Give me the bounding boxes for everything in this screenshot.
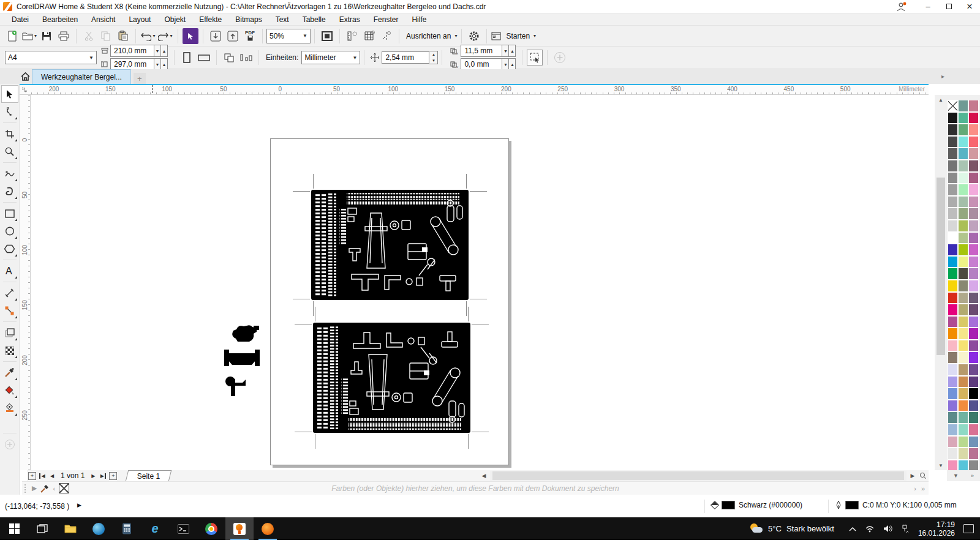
volume-icon[interactable]	[883, 525, 892, 533]
palette-color-swatch[interactable]	[968, 208, 979, 220]
save-button[interactable]	[39, 28, 55, 44]
duplicate-y-decrement[interactable]: ▼	[502, 58, 509, 70]
palette-scroll-down[interactable]: ▼	[953, 473, 959, 479]
internet-explorer-icon[interactable]: e	[141, 517, 169, 540]
palette-color-swatch[interactable]	[948, 232, 958, 244]
palette-color-swatch[interactable]	[948, 124, 958, 136]
action-center-icon[interactable]	[963, 524, 974, 533]
palette-color-swatch[interactable]	[948, 208, 958, 220]
palette-color-swatch[interactable]	[948, 376, 958, 388]
show-guidelines-button[interactable]	[379, 28, 394, 44]
palette-color-swatch[interactable]	[968, 304, 979, 316]
palette-color-swatch[interactable]	[958, 316, 968, 328]
palette-color-swatch[interactable]	[968, 292, 979, 304]
palette-color-swatch[interactable]	[968, 100, 979, 112]
zoom-tool[interactable]	[1, 143, 18, 160]
print-button[interactable]	[56, 28, 72, 44]
palette-color-swatch[interactable]	[948, 388, 958, 400]
treat-as-filled-button[interactable]	[527, 50, 543, 66]
palette-color-swatch[interactable]	[948, 351, 958, 364]
vertical-scrollbar-thumb[interactable]	[937, 178, 945, 355]
crop-tool[interactable]	[1, 125, 18, 143]
color-eyedropper-tool[interactable]	[1, 364, 18, 381]
etching-plate-bottom[interactable]	[313, 323, 470, 433]
network-icon[interactable]	[865, 525, 875, 533]
palette-color-swatch[interactable]	[968, 424, 979, 436]
palette-color-swatch[interactable]	[948, 436, 958, 448]
palette-color-swatch[interactable]	[958, 244, 968, 256]
palette-color-swatch[interactable]	[958, 208, 968, 220]
duplicate-x-decrement[interactable]: ▼	[502, 45, 509, 57]
open-button[interactable]: ▾	[21, 28, 37, 44]
prev-page-button[interactable]: ◀	[47, 471, 57, 481]
scroll-down-arrow[interactable]: ▼	[935, 460, 947, 470]
smart-fill-tool[interactable]	[1, 399, 18, 417]
task-view-icon[interactable]	[28, 517, 56, 540]
palette-color-swatch[interactable]	[968, 220, 979, 232]
horizontal-scrollbar[interactable]	[490, 471, 907, 481]
landscape-button[interactable]	[196, 50, 212, 66]
palette-color-swatch[interactable]	[958, 124, 968, 136]
pick-tool[interactable]	[1, 85, 18, 103]
usb-icon[interactable]	[901, 525, 910, 533]
vertical-ruler[interactable]: 050100150200250	[20, 95, 31, 470]
palette-expand[interactable]: »	[971, 473, 974, 479]
show-grid-button[interactable]	[361, 28, 377, 44]
scroll-up-arrow[interactable]: ▲	[935, 95, 947, 105]
current-page-dimensions-button[interactable]	[238, 50, 254, 66]
palette-color-swatch[interactable]	[968, 316, 979, 328]
shape-tool[interactable]	[1, 103, 18, 121]
fullscreen-preview-button[interactable]	[319, 28, 335, 44]
all-pages-button[interactable]	[221, 50, 237, 66]
palette-color-swatch[interactable]	[958, 364, 968, 376]
palette-color-swatch[interactable]	[948, 112, 958, 124]
transparency-tool[interactable]	[1, 342, 18, 359]
page-width-field[interactable]: 210,0 mm	[110, 45, 154, 57]
drop-shadow-tool[interactable]	[1, 324, 18, 342]
import-button[interactable]	[208, 28, 224, 44]
palette-color-swatch[interactable]	[948, 244, 958, 256]
account-icon[interactable]	[894, 2, 908, 12]
new-document-button[interactable]	[4, 28, 20, 44]
palette-flyout-arrow[interactable]: ▸	[941, 73, 944, 80]
palette-color-swatch[interactable]	[958, 112, 968, 124]
palette-color-swatch[interactable]	[948, 184, 958, 196]
chrome-icon[interactable]	[197, 517, 225, 540]
redo-button[interactable]: ▾	[157, 28, 173, 44]
palette-color-swatch[interactable]	[968, 400, 979, 412]
palette-color-swatch[interactable]	[948, 136, 958, 148]
menu-extras[interactable]: Extras	[333, 14, 367, 25]
hscroll-left-arrow[interactable]: ◀	[479, 471, 489, 481]
open-dropdown[interactable]: ▾	[34, 33, 37, 39]
file-explorer-icon[interactable]	[56, 517, 85, 540]
duplicate-y-increment[interactable]: ▲	[509, 58, 516, 70]
nudge-distance-field[interactable]: 2,54 mm	[382, 51, 429, 64]
palette-color-swatch[interactable]	[968, 148, 979, 160]
palette-color-swatch[interactable]	[958, 292, 968, 304]
palette-color-swatch[interactable]	[968, 232, 979, 244]
palette-color-swatch[interactable]	[948, 148, 958, 160]
palette-color-swatch[interactable]	[968, 340, 979, 352]
zoom-to-fit-icon[interactable]	[918, 471, 928, 481]
next-page-button[interactable]: ▶	[88, 471, 98, 481]
page-size-combo[interactable]: A4 ▼	[5, 51, 97, 64]
maximize-button[interactable]	[938, 0, 959, 13]
palette-color-swatch[interactable]	[948, 160, 958, 172]
color-palette-grid[interactable]	[948, 100, 979, 471]
edge-icon[interactable]	[85, 517, 113, 540]
menu-bitmaps[interactable]: Bitmaps	[228, 14, 268, 25]
taskbar-clock[interactable]: 17:19 16.01.2026	[918, 520, 955, 538]
palette-color-swatch[interactable]	[958, 436, 968, 448]
palette-color-swatch[interactable]	[948, 364, 958, 376]
zoom-level-combo[interactable]: 50% ▼	[266, 29, 311, 43]
palette-color-swatch[interactable]	[958, 340, 968, 352]
palette-color-swatch[interactable]	[968, 436, 979, 448]
palette-color-swatch[interactable]	[948, 304, 958, 316]
page-height-increment[interactable]: ▲	[161, 58, 168, 70]
menu-datei[interactable]: Datei	[5, 14, 36, 25]
menu-objekt[interactable]: Objekt	[157, 14, 192, 25]
close-button[interactable]: ×	[959, 0, 980, 13]
publish-pdf-button[interactable]: PDF	[242, 28, 258, 44]
palette-color-swatch[interactable]	[958, 424, 968, 436]
palette-color-swatch[interactable]	[958, 448, 968, 460]
